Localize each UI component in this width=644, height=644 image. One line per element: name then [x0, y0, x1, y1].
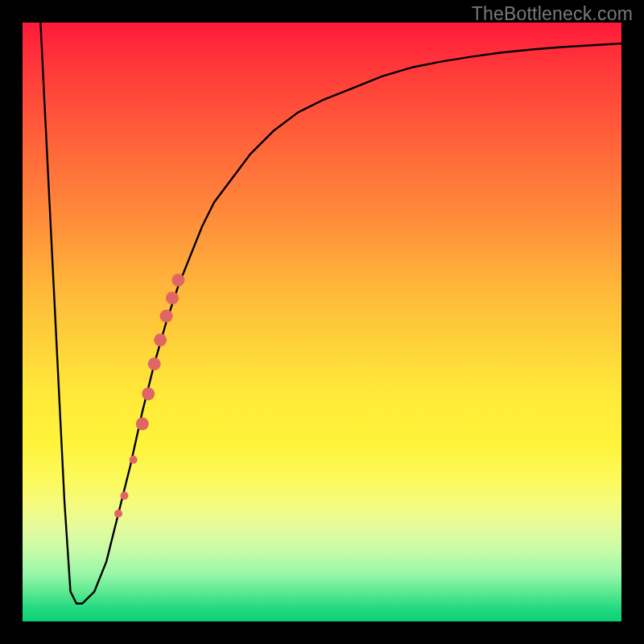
chart-frame: TheBottleneck.com — [0, 0, 644, 644]
watermark-text: TheBottleneck.com — [472, 3, 633, 25]
background-gradient — [23, 23, 621, 621]
plot-area — [23, 23, 621, 621]
